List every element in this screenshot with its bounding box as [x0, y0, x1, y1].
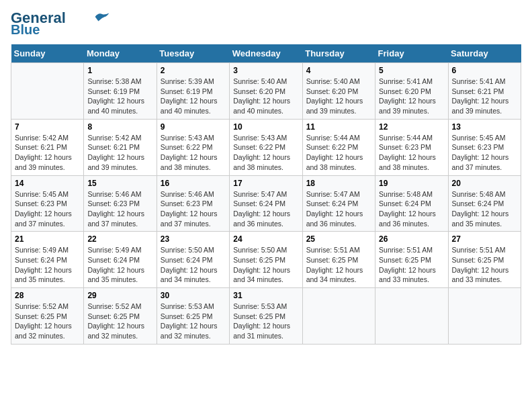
day-number: 19	[379, 179, 444, 188]
day-number: 23	[161, 234, 226, 244]
day-info: Sunrise: 5:53 AM Sunset: 6:25 PM Dayligh…	[161, 302, 226, 341]
calendar-cell	[448, 288, 521, 345]
day-info: Sunrise: 5:42 AM Sunset: 6:21 PM Dayligh…	[87, 133, 152, 173]
calendar-cell	[11, 63, 84, 120]
calendar-cell: 5Sunrise: 5:41 AM Sunset: 6:20 PM Daylig…	[375, 63, 448, 120]
header-day: Thursday	[302, 44, 375, 63]
day-number: 29	[87, 291, 152, 300]
day-info: Sunrise: 5:44 AM Sunset: 6:23 PM Dayligh…	[379, 133, 444, 173]
header-day: Tuesday	[157, 44, 229, 63]
day-info: Sunrise: 5:51 AM Sunset: 6:25 PM Dayligh…	[452, 245, 517, 285]
day-info: Sunrise: 5:38 AM Sunset: 6:19 PM Dayligh…	[87, 77, 152, 116]
calendar-cell: 23Sunrise: 5:50 AM Sunset: 6:24 PM Dayli…	[157, 232, 229, 288]
day-info: Sunrise: 5:48 AM Sunset: 6:24 PM Dayligh…	[379, 189, 444, 229]
day-number: 12	[379, 122, 444, 132]
day-info: Sunrise: 5:40 AM Sunset: 6:20 PM Dayligh…	[306, 77, 371, 116]
calendar-cell: 31Sunrise: 5:53 AM Sunset: 6:25 PM Dayli…	[230, 288, 302, 345]
day-info: Sunrise: 5:40 AM Sunset: 6:20 PM Dayligh…	[233, 77, 298, 116]
day-number: 27	[452, 234, 517, 244]
calendar-cell: 26Sunrise: 5:51 AM Sunset: 6:25 PM Dayli…	[375, 232, 448, 288]
calendar-cell	[302, 288, 375, 345]
header-row: SundayMondayTuesdayWednesdayThursdayFrid…	[11, 44, 521, 63]
header-day: Sunday	[11, 44, 84, 63]
day-number: 6	[452, 66, 517, 75]
header-day: Monday	[84, 44, 157, 63]
calendar-cell: 22Sunrise: 5:49 AM Sunset: 6:24 PM Dayli…	[84, 232, 157, 288]
calendar-cell: 13Sunrise: 5:45 AM Sunset: 6:23 PM Dayli…	[448, 119, 521, 175]
day-number: 4	[306, 66, 371, 75]
day-info: Sunrise: 5:48 AM Sunset: 6:24 PM Dayligh…	[452, 189, 517, 229]
day-info: Sunrise: 5:49 AM Sunset: 6:24 PM Dayligh…	[87, 245, 152, 285]
calendar-cell: 2Sunrise: 5:39 AM Sunset: 6:19 PM Daylig…	[157, 63, 229, 120]
day-info: Sunrise: 5:50 AM Sunset: 6:24 PM Dayligh…	[161, 245, 226, 285]
bird-icon	[94, 11, 110, 23]
day-info: Sunrise: 5:47 AM Sunset: 6:24 PM Dayligh…	[306, 189, 371, 229]
day-number: 31	[233, 291, 298, 300]
calendar-cell	[375, 288, 448, 345]
header: General Blue	[11, 11, 521, 36]
day-number: 2	[161, 66, 226, 75]
day-number: 7	[15, 122, 80, 132]
day-number: 8	[87, 122, 152, 132]
day-number: 3	[233, 66, 298, 75]
calendar-cell: 19Sunrise: 5:48 AM Sunset: 6:24 PM Dayli…	[375, 175, 448, 232]
calendar-cell: 11Sunrise: 5:44 AM Sunset: 6:22 PM Dayli…	[302, 119, 375, 175]
calendar-cell: 17Sunrise: 5:47 AM Sunset: 6:24 PM Dayli…	[230, 175, 302, 232]
calendar-body: 1Sunrise: 5:38 AM Sunset: 6:19 PM Daylig…	[11, 63, 521, 345]
day-info: Sunrise: 5:51 AM Sunset: 6:25 PM Dayligh…	[379, 245, 444, 285]
day-number: 24	[233, 234, 298, 244]
calendar-cell: 21Sunrise: 5:49 AM Sunset: 6:24 PM Dayli…	[11, 232, 84, 288]
day-number: 28	[15, 291, 80, 300]
day-number: 22	[87, 234, 152, 244]
day-info: Sunrise: 5:46 AM Sunset: 6:23 PM Dayligh…	[161, 189, 226, 229]
calendar-cell: 6Sunrise: 5:41 AM Sunset: 6:21 PM Daylig…	[448, 63, 521, 120]
calendar-cell: 18Sunrise: 5:47 AM Sunset: 6:24 PM Dayli…	[302, 175, 375, 232]
day-number: 21	[15, 234, 80, 244]
calendar-week-row: 7Sunrise: 5:42 AM Sunset: 6:21 PM Daylig…	[11, 119, 521, 175]
day-info: Sunrise: 5:53 AM Sunset: 6:25 PM Dayligh…	[233, 302, 298, 341]
day-info: Sunrise: 5:50 AM Sunset: 6:25 PM Dayligh…	[233, 245, 298, 285]
calendar-cell: 28Sunrise: 5:52 AM Sunset: 6:25 PM Dayli…	[11, 288, 84, 345]
day-info: Sunrise: 5:49 AM Sunset: 6:24 PM Dayligh…	[15, 245, 80, 285]
day-number: 17	[233, 179, 298, 188]
logo-blue-text: Blue	[11, 23, 40, 36]
header-day: Wednesday	[230, 44, 302, 63]
calendar-cell: 14Sunrise: 5:45 AM Sunset: 6:23 PM Dayli…	[11, 175, 84, 232]
calendar-header: SundayMondayTuesdayWednesdayThursdayFrid…	[11, 44, 521, 63]
day-number: 30	[161, 291, 226, 300]
day-number: 10	[233, 122, 298, 132]
calendar-cell: 1Sunrise: 5:38 AM Sunset: 6:19 PM Daylig…	[84, 63, 157, 120]
calendar-cell: 20Sunrise: 5:48 AM Sunset: 6:24 PM Dayli…	[448, 175, 521, 232]
day-number: 20	[452, 179, 517, 188]
day-info: Sunrise: 5:41 AM Sunset: 6:21 PM Dayligh…	[452, 77, 517, 116]
day-number: 5	[379, 66, 444, 75]
calendar-cell: 30Sunrise: 5:53 AM Sunset: 6:25 PM Dayli…	[157, 288, 229, 345]
day-info: Sunrise: 5:44 AM Sunset: 6:22 PM Dayligh…	[306, 133, 371, 173]
logo: General Blue	[11, 11, 110, 36]
day-info: Sunrise: 5:42 AM Sunset: 6:21 PM Dayligh…	[15, 133, 80, 173]
calendar-cell: 9Sunrise: 5:43 AM Sunset: 6:22 PM Daylig…	[157, 119, 229, 175]
day-info: Sunrise: 5:47 AM Sunset: 6:24 PM Dayligh…	[233, 189, 298, 229]
day-number: 9	[161, 122, 226, 132]
calendar-cell: 3Sunrise: 5:40 AM Sunset: 6:20 PM Daylig…	[230, 63, 302, 120]
calendar-table: SundayMondayTuesdayWednesdayThursdayFrid…	[11, 44, 521, 345]
day-number: 16	[161, 179, 226, 188]
calendar-cell: 27Sunrise: 5:51 AM Sunset: 6:25 PM Dayli…	[448, 232, 521, 288]
day-number: 26	[379, 234, 444, 244]
day-info: Sunrise: 5:51 AM Sunset: 6:25 PM Dayligh…	[306, 245, 371, 285]
calendar-cell: 4Sunrise: 5:40 AM Sunset: 6:20 PM Daylig…	[302, 63, 375, 120]
day-number: 13	[452, 122, 517, 132]
calendar-week-row: 1Sunrise: 5:38 AM Sunset: 6:19 PM Daylig…	[11, 63, 521, 120]
calendar-cell: 25Sunrise: 5:51 AM Sunset: 6:25 PM Dayli…	[302, 232, 375, 288]
day-info: Sunrise: 5:45 AM Sunset: 6:23 PM Dayligh…	[15, 189, 80, 229]
day-info: Sunrise: 5:52 AM Sunset: 6:25 PM Dayligh…	[87, 302, 152, 341]
calendar-week-row: 14Sunrise: 5:45 AM Sunset: 6:23 PM Dayli…	[11, 175, 521, 232]
calendar-cell: 24Sunrise: 5:50 AM Sunset: 6:25 PM Dayli…	[230, 232, 302, 288]
calendar-cell: 16Sunrise: 5:46 AM Sunset: 6:23 PM Dayli…	[157, 175, 229, 232]
day-number: 18	[306, 179, 371, 188]
day-info: Sunrise: 5:39 AM Sunset: 6:19 PM Dayligh…	[161, 77, 226, 116]
calendar-cell: 29Sunrise: 5:52 AM Sunset: 6:25 PM Dayli…	[84, 288, 157, 345]
day-info: Sunrise: 5:41 AM Sunset: 6:20 PM Dayligh…	[379, 77, 444, 116]
day-number: 15	[87, 179, 152, 188]
day-info: Sunrise: 5:46 AM Sunset: 6:23 PM Dayligh…	[87, 189, 152, 229]
